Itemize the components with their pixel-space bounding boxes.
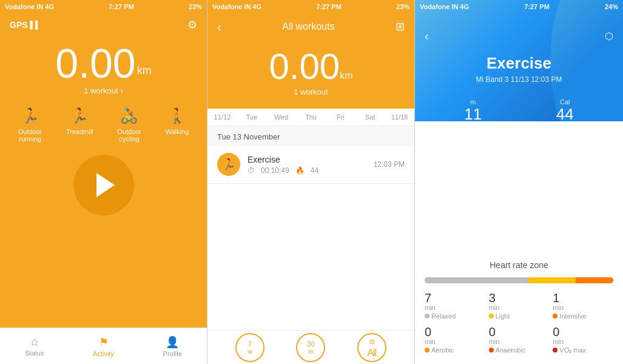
gps-icon: ▌▌: [30, 21, 41, 29]
zone-anaerobic-dot: [489, 348, 494, 352]
workout-name: Exercise: [248, 155, 374, 164]
treadmill-icon: 🏃: [70, 107, 89, 124]
tab-profile-1[interactable]: 👤 Profile: [138, 328, 207, 364]
zone-anaerobic-value: 0: [489, 326, 496, 338]
battery-2: 23%: [396, 3, 409, 10]
activity-label-3: Outdoor cycling: [117, 128, 141, 143]
workout-count-1[interactable]: 1 workout ›: [84, 86, 123, 95]
status-right-1: 23%: [189, 3, 202, 10]
tab-status-label: Status: [25, 349, 44, 357]
filter-all-label: All: [367, 348, 376, 359]
duration-icon: ⏱: [248, 166, 255, 175]
distance-unit-2: km: [340, 70, 352, 81]
filter-30m[interactable]: 30 m: [296, 333, 325, 362]
settings-icon[interactable]: ⚙: [187, 18, 197, 32]
zones-grid: 7 min Relaxed 3 min Light 1 min: [425, 292, 613, 354]
zone-anaerobic-label: Anaerobic: [489, 346, 526, 354]
zone-anaerobic: 0 min Anaerobic: [489, 326, 550, 354]
week-day-7: 11/18: [385, 113, 414, 121]
zone-intensive-unit: min: [553, 304, 564, 311]
filter-bar: 7 w 30 m ≡ All: [207, 330, 414, 364]
exercise-title: Exercise: [415, 54, 623, 73]
play-button[interactable]: [73, 155, 134, 215]
zone-relaxed-label: Relaxed: [425, 312, 456, 320]
back-icon-2[interactable]: ‹: [217, 20, 221, 34]
play-triangle-icon: [96, 173, 115, 197]
filter-7w[interactable]: 7 w: [235, 333, 264, 362]
zone-light-dot: [489, 314, 494, 318]
carrier-1: Vodafone IN: [5, 3, 43, 10]
zone-intensive-label: Intensive: [553, 312, 586, 320]
zone-aerobic-label: Aerobic: [425, 346, 454, 354]
zone-aerobic-value: 0: [425, 326, 431, 338]
time-2: 7:27 PM: [316, 3, 342, 10]
stat-distance-label: m: [464, 98, 482, 106]
back-icon-3[interactable]: ‹: [425, 29, 429, 43]
stat-calories-label: Cal: [556, 98, 574, 106]
zone-light-label: Light: [489, 312, 510, 320]
week-day-4: Thu: [296, 113, 326, 121]
activity-label-1: Outdoor running: [18, 128, 42, 143]
zone-vo2max-dot: [553, 348, 557, 352]
workout-count-2: 1 workout: [207, 87, 414, 96]
week-day-3: Wed: [266, 113, 296, 121]
battery-3: 24%: [605, 3, 618, 10]
tab-profile-label: Profile: [163, 350, 182, 357]
home-icon: ⌂: [31, 335, 38, 348]
status-left-1: Vodafone IN 4G: [5, 3, 54, 10]
status-bar-2: Vodafone IN 4G 7:27 PM 23%: [207, 0, 414, 13]
outdoor-running-icon: 🏃: [21, 107, 39, 124]
walking-icon: 🚶: [168, 107, 186, 124]
status-right-2: 23%: [396, 3, 409, 10]
zone-relaxed-unit: min: [425, 304, 436, 311]
stats-row-3: m 11 Cal 44: [415, 92, 623, 129]
time-1: 7:27 PM: [109, 3, 134, 10]
week-day-6: Sat: [355, 113, 385, 121]
cycling-icon: 🚴: [120, 107, 138, 124]
week-bar: 11/12 Tue Wed Thu Fri Sat 11/18: [207, 109, 414, 126]
distance-unit-1: km: [137, 64, 152, 76]
hr-segment-light: [528, 277, 576, 283]
activity-walking[interactable]: 🚶 Walking: [166, 107, 189, 143]
activity-cycling[interactable]: 🚴 Outdoor cycling: [117, 107, 141, 143]
tab-activity-1[interactable]: ⚑ Activity: [69, 328, 138, 364]
zone-light: 3 min Light: [489, 292, 550, 320]
workout-list: 🏃 Exercise ⏱ 00:10:49 🔥 44 12:03 PM: [207, 146, 414, 330]
phone2: Vodafone IN 4G 7:27 PM 23% ‹ All workout…: [207, 0, 415, 364]
hr-segment-intensive: [576, 277, 613, 283]
tab-activity-label: Activity: [93, 350, 114, 357]
bottom-bar-1: ⌂ Status ⚑ Activity 👤 Profile: [0, 328, 207, 364]
week-day-2: Tue: [237, 113, 267, 121]
activity-treadmill[interactable]: 🏃 Treadmill: [66, 107, 93, 143]
activity-outdoor-running[interactable]: 🏃 Outdoor running: [18, 107, 42, 143]
workout-icon: 🏃: [217, 153, 240, 176]
carrier-2: Vodafone IN: [212, 3, 251, 10]
zone-relaxed-value: 7: [425, 292, 431, 304]
tab-status-1[interactable]: ⌂ Status: [0, 328, 69, 364]
zone-aerobic-unit: min: [425, 338, 436, 345]
zone-intensive-value: 1: [553, 292, 559, 304]
time-3: 7:27 PM: [524, 3, 550, 10]
filter-7w-value: 7: [248, 340, 252, 348]
zone-aerobic: 0 min Aerobic: [425, 326, 485, 354]
network-2: 4G: [252, 3, 261, 10]
share-icon-3[interactable]: ⬡: [605, 30, 613, 42]
zone-intensive-dot: [553, 314, 557, 318]
more-icon-2[interactable]: ⊞: [396, 20, 405, 33]
all-workouts-title: All workouts: [282, 21, 334, 32]
distance-display-1: 0.00km: [55, 42, 151, 84]
heart-rate-zone-title: Heart rate zone: [425, 260, 613, 270]
phone1: Vodafone IN 4G 7:27 PM 23% GPS ▌▌ ⚙ 0.00…: [0, 0, 207, 364]
play-button-area[interactable]: [73, 155, 134, 215]
workout-calories: 44: [311, 166, 318, 175]
zone-relaxed: 7 min Relaxed: [425, 292, 485, 320]
workout-item[interactable]: 🏃 Exercise ⏱ 00:10:49 🔥 44 12:03 PM: [207, 146, 414, 184]
zone-vo2max-value: 0: [553, 326, 559, 338]
header-2: ‹ All workouts ⊞: [207, 13, 414, 40]
activity-label-4: Walking: [166, 128, 189, 135]
week-day-1: 11/12: [207, 113, 237, 121]
week-day-5: Fri: [326, 113, 355, 121]
filter-all[interactable]: ≡ All: [357, 333, 386, 362]
activity-label-2: Treadmill: [66, 128, 93, 135]
exercise-sub: Mi Band 3 11/13 12:03 PM: [415, 75, 623, 84]
